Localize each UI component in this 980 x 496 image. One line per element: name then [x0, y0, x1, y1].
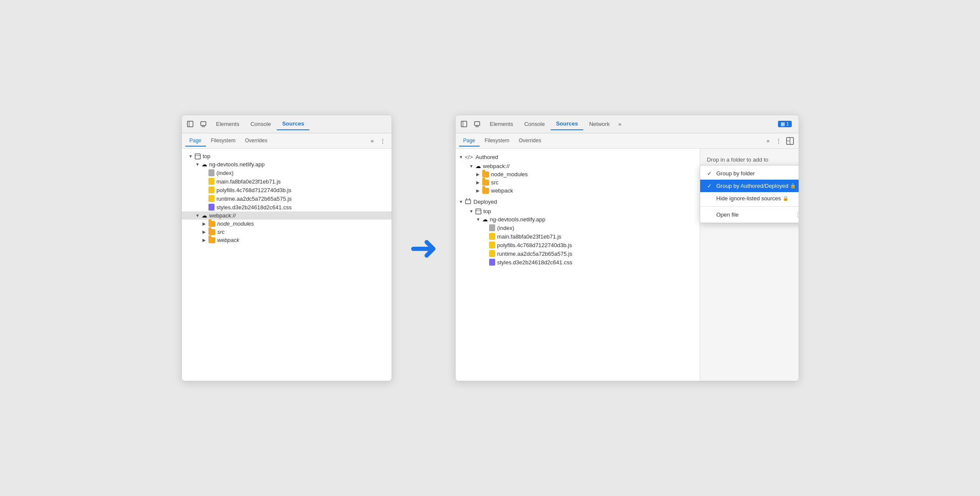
tree-item-polyfills[interactable]: polyfills.4c768d7122740d3b.js [182, 186, 392, 194]
right-tree-item-polyfills[interactable]: polyfills.4c768d7122740d3b.js [456, 241, 700, 249]
tree-label-index: (index) [217, 170, 234, 176]
left-more-tabs-button[interactable]: » [368, 137, 376, 145]
arrow-icon: ▶ [476, 188, 482, 193]
left-tab-console[interactable]: Console [245, 118, 276, 130]
right-tree-item-src[interactable]: ▶ src [456, 178, 700, 187]
arrow-icon: ▶ [202, 230, 208, 234]
tree-item-index[interactable]: (index) [182, 168, 392, 177]
menu-item-hide-ignore[interactable]: Hide ignore-listed sources 🔒 [700, 192, 799, 205]
section-deployed-label: Deployed [474, 199, 497, 205]
dropdown-menu: ✓ Group by folder ✓ Group by Authored/De… [700, 165, 799, 223]
spacer [202, 171, 208, 175]
file-html-icon [208, 169, 214, 176]
tree-item-runtime[interactable]: runtime.aa2dc5a72b65a575.js [182, 194, 392, 203]
left-sec-tab-page[interactable]: Page [185, 135, 206, 147]
right-tree-item-netlify[interactable]: ▼ ☁ ng-devtools.netlify.app [456, 215, 700, 224]
right-sec-tab-overrides[interactable]: Overrides [514, 135, 545, 147]
left-sec-tab-filesystem[interactable]: Filesystem [207, 135, 240, 147]
split-view-button[interactable] [785, 136, 795, 146]
left-secondary-tab-bar: Page Filesystem Overrides » ⋮ [182, 133, 392, 149]
section-authored: ▼ </> Authored [456, 152, 700, 162]
spacer [483, 251, 489, 256]
menu-item-group-authored[interactable]: ✓ Group by Authored/Deployed 🔒 [700, 180, 799, 192]
arrow-icon: ▼ [459, 155, 465, 159]
cloud-icon: ☁ [202, 161, 207, 168]
section-authored-label: Authored [475, 154, 498, 160]
right-more-sec-tabs[interactable]: » [764, 137, 772, 145]
tree-item-node-modules[interactable]: ▶ node_modules [182, 220, 392, 228]
menu-label-open-file: Open file [717, 211, 739, 218]
tree-item-main-js[interactable]: main.fa8bfa0e23f1eb71.js [182, 177, 392, 186]
right-tab-elements[interactable]: Elements [485, 118, 518, 130]
file-css-icon [489, 259, 495, 266]
tree-label-node-modules: node_modules [217, 220, 254, 227]
file-js-icon [489, 233, 495, 240]
file-js-icon [208, 178, 214, 185]
right-sec-tab-page[interactable]: Page [459, 135, 480, 147]
right-menu-button[interactable]: ⋮ [773, 137, 784, 145]
arrow-icon: ▼ [469, 164, 475, 168]
right-tab-console[interactable]: Console [519, 118, 550, 130]
file-js-icon [489, 242, 495, 248]
tree-label-runtime: runtime.aa2dc5a72b65a575.js [217, 196, 292, 202]
right-tab-sources[interactable]: Sources [551, 118, 583, 130]
file-css-icon [208, 204, 214, 211]
shortcut-open-file: ⌘P [797, 211, 799, 218]
file-html-icon [489, 224, 495, 231]
right-tree-item-node-modules[interactable]: ▶ node_modules [456, 170, 700, 178]
main-container: Elements Console Sources Page Filesystem… [156, 89, 825, 407]
svg-rect-18 [476, 209, 481, 214]
check-icon [707, 195, 714, 202]
folder-icon [482, 180, 489, 186]
inspect-icon[interactable] [185, 119, 196, 129]
arrow-icon: ▶ [476, 172, 482, 177]
right-inspect-icon[interactable] [459, 119, 469, 129]
code-icon: </> [465, 154, 473, 160]
menu-item-open-file[interactable]: Open file ⌘P [700, 208, 799, 221]
right-tree-label-top: top [484, 208, 491, 214]
right-tree-label-runtime: runtime.aa2dc5a72b65a575.js [497, 251, 573, 257]
left-tab-elements[interactable]: Elements [211, 118, 245, 130]
tree-label-src: src [217, 229, 225, 235]
right-tree-content: ▼ </> Authored ▼ ☁ webpack:// ▶ [456, 149, 700, 381]
notification-badge: ▩ 1 [778, 121, 791, 127]
right-tree-label-webpack-folder: webpack [491, 187, 513, 194]
right-tree-label-src: src [491, 179, 499, 186]
right-tree-item-top[interactable]: ▼ top [456, 207, 700, 215]
tree-item-src[interactable]: ▶ src [182, 228, 392, 236]
left-tree: ▼ top ▼ ☁ ng-devtools.netlify.app (index… [182, 149, 392, 381]
left-tab-sources[interactable]: Sources [277, 118, 309, 130]
tree-item-styles[interactable]: styles.d3e2b24618d2c641.css [182, 203, 392, 211]
arrow-icon: ▼ [196, 213, 202, 218]
right-more-tabs[interactable]: » [616, 119, 624, 129]
cloud-icon: ☁ [475, 163, 481, 169]
left-panel: Elements Console Sources Page Filesystem… [181, 115, 392, 381]
right-sec-tab-filesystem[interactable]: Filesystem [481, 135, 514, 147]
menu-label-group-authored: Group by Authored/Deployed [717, 183, 789, 189]
arrow-icon: ▶ [202, 238, 208, 242]
folder-icon [208, 221, 215, 227]
device-icon[interactable] [198, 119, 208, 129]
right-tree-item-styles[interactable]: styles.d3e2b24618d2c641.css [456, 258, 700, 266]
right-tab-network[interactable]: Network [584, 118, 615, 130]
tree-item-webpack-folder[interactable]: ▶ webpack [182, 236, 392, 244]
tree-label-webpack-folder: webpack [217, 237, 239, 243]
right-tree: ▼ </> Authored ▼ ☁ webpack:// ▶ [456, 149, 700, 381]
right-panel-inner: ▼ </> Authored ▼ ☁ webpack:// ▶ [456, 149, 799, 381]
right-tree-label-polyfills: polyfills.4c768d7122740d3b.js [497, 242, 572, 248]
svg-rect-6 [195, 154, 200, 159]
tree-item-netlify[interactable]: ▼ ☁ ng-devtools.netlify.app [182, 160, 392, 168]
right-device-icon[interactable] [472, 119, 482, 129]
right-tree-item-main-js[interactable]: main.fa8bfa0e23f1eb71.js [456, 232, 700, 241]
right-tree-item-index[interactable]: (index) [456, 224, 700, 232]
left-menu-button[interactable]: ⋮ [377, 137, 388, 145]
section-deployed: ▼ Deployed [456, 196, 700, 207]
left-sec-tab-overrides[interactable]: Overrides [241, 135, 272, 147]
menu-item-group-folder[interactable]: ✓ Group by folder [700, 167, 799, 180]
right-tree-item-runtime[interactable]: runtime.aa2dc5a72b65a575.js [456, 249, 700, 258]
tree-item-webpack[interactable]: ▼ ☁ webpack:// [182, 211, 392, 220]
tree-item-top[interactable]: ▼ top [182, 152, 392, 160]
right-tree-item-webpack[interactable]: ▼ ☁ webpack:// [456, 162, 700, 170]
tree-label-netlify: ng-devtools.netlify.app [209, 161, 265, 168]
right-tree-item-webpack-folder[interactable]: ▶ webpack [456, 187, 700, 195]
